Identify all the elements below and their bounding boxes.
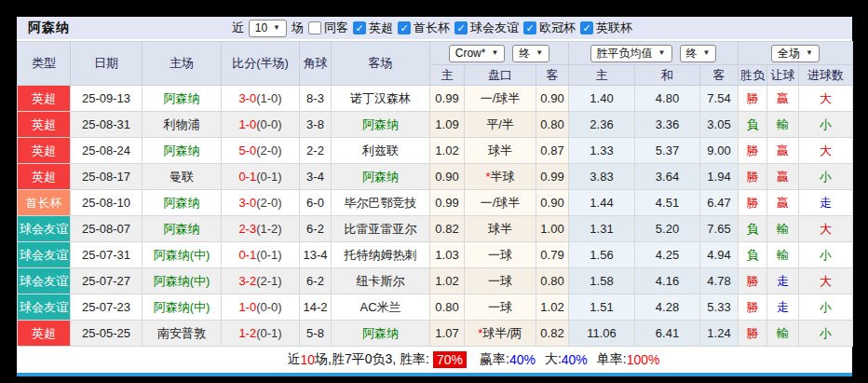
cell-asia-handicap: 球半 [465,216,536,242]
cell-result: 勝 [739,294,767,321]
cell-goals-result: 小 [799,242,853,268]
cell-euro-draw-odds: 5.37 [635,138,700,164]
cell-euro-away-odds: 6.47 [700,190,739,216]
single-rate-value: 100% [627,352,660,367]
cell-home-team: 阿森纳 [142,138,222,164]
chevron-down-icon: ▼ [536,49,543,57]
cell-euro-home-odds: 1.44 [569,190,635,216]
recent-games-value: 10 [255,21,267,34]
cell-competition: 英超 [18,138,71,164]
cell-corners: 3-4 [300,164,332,190]
cell-competition: 首长杯 [18,190,71,216]
filter-same-away-label: 同客 [324,20,348,36]
checkmark-icon: ✓ [525,23,534,34]
half-time-score: (1-2) [256,222,281,236]
cell-score: 0-1(0-1) [222,242,300,268]
match-stats-panel: 阿森纳 近 10 ▼ 场 ✓ 同客 ✓ 英超 ✓ 首长杯 ✓ 球会友谊 [17,17,852,376]
cell-euro-away-odds: 9.00 [700,138,739,164]
summary-count: 10 [300,352,315,367]
cell-euro-draw-odds: 4.25 [635,242,700,268]
cell-euro-draw-odds: 4.51 [635,190,700,216]
cell-euro-away-odds: 4.78 [700,268,739,294]
half-time-score: (0-1) [256,248,281,262]
cell-handicap-result: 贏 [767,190,799,216]
cell-score: 3-0(2-0) [222,190,300,216]
full-time-score: 2-3 [238,222,256,236]
half-time-score: (2-1) [256,274,281,288]
col-header-corner: 角球 [300,42,332,86]
cell-result: 勝 [739,138,767,164]
filter-community-shield[interactable]: ✓ 首长杯 [398,20,450,36]
asia-odds-state-value: 终 [519,46,530,62]
filter-epl[interactable]: ✓ 英超 [353,20,393,36]
full-time-score: 0-1 [238,248,256,262]
checkmark-icon: ✓ [456,23,465,34]
cell-asia-handicap: 一/球半 [465,86,536,112]
filter-club-friendly[interactable]: ✓ 球会友谊 [454,20,519,36]
col-header-winloss: 胜负 [739,65,767,86]
cell-result: 勝 [739,86,767,112]
asia-odds-state-select[interactable]: 终 ▼ [512,45,549,62]
cell-asia-away-odds: 0.87 [536,138,569,164]
cell-goals-result: 大 [799,138,853,164]
scope-select[interactable]: 全场 ▼ [771,45,820,62]
full-time-score: 5-0 [238,144,256,157]
cell-asia-handicap: 一球 [465,268,536,294]
cell-asia-away-odds: 0.90 [536,190,569,216]
cell-score: 3-0(1-0) [222,86,300,112]
cell-handicap-result: 輸 [767,216,799,242]
cell-score: 1-2(0-1) [222,321,300,347]
cell-corners: 3-8 [300,112,332,138]
cell-euro-away-odds: 1.24 [700,321,739,347]
checkbox-epl[interactable]: ✓ [353,21,366,34]
handicap-text: 一球 [488,248,512,262]
checkbox-club-friendly[interactable]: ✓ [454,21,468,34]
col-header-date: 日期 [71,42,142,86]
cell-asia-home-odds: 1.03 [430,242,465,268]
cell-handicap-result: 輸 [767,112,799,138]
checkbox-same-away[interactable]: ✓ [308,21,321,34]
cell-euro-home-odds: 3.83 [569,164,635,190]
filter-ucl[interactable]: ✓ 欧冠杯 [523,20,576,36]
handicap-text: 球半/两 [482,326,522,340]
cell-score: 3-2(2-1) [222,268,300,294]
half-time-score: (1-0) [256,91,281,105]
checkbox-ucl[interactable]: ✓ [523,21,536,34]
handicap-text: 球半 [488,222,512,236]
cell-away-team: 阿森纳 [332,164,430,190]
cell-asia-away-odds: 0.80 [536,112,569,138]
col-header-handicap-result: 让球 [767,65,799,86]
over-rate-label: 大: [545,351,562,368]
cell-score: 5-0(2-0) [222,138,300,164]
result-group: 全场 ▼ [739,42,853,65]
cell-euro-draw-odds: 5.20 [635,216,700,242]
recent-games-select[interactable]: 10 ▼ [249,20,287,37]
odds-provider-select[interactable]: Crow* ▼ [449,45,506,62]
cell-goals-result: 小 [799,164,853,190]
cell-away-team: 托特纳姆热刺 [332,242,430,268]
cell-asia-away-odds: 0.82 [536,321,569,347]
euro-odds-state-select[interactable]: 终 ▼ [680,45,717,62]
col-header-euro-away: 客 [700,65,739,86]
cell-handicap-result: 贏 [767,164,799,190]
cell-away-team: 比雷亚雷亚尔 [332,216,430,242]
filter-same-away[interactable]: ✓ 同客 [308,20,348,36]
asia-odds-group: Crow* ▼ 终 ▼ [430,42,569,65]
cell-asia-home-odds: 1.02 [430,138,465,164]
filter-efl-cup[interactable]: ✓ 英联杯 [580,20,632,36]
full-time-score: 1-2 [238,326,256,340]
cell-handicap-result: 贏 [767,86,799,112]
cell-corners: 14-2 [300,294,332,321]
cell-goals-result: 大 [799,268,853,294]
cell-corners: 13-4 [300,242,332,268]
checkbox-efl-cup[interactable]: ✓ [580,21,593,34]
cell-home-team: 阿森纳 [142,86,222,112]
cell-euro-away-odds: 7.54 [700,86,739,112]
cell-asia-handicap: *半球 [465,164,536,190]
euro-odds-select[interactable]: 胜平负均值 ▼ [590,45,672,62]
filter-ucl-label: 欧冠杯 [539,20,576,36]
checkbox-community-shield[interactable]: ✓ [398,21,411,34]
summary-bar: 近10场,胜7平0负3, 胜率:70%赢率:40%大:40%单率:100% [17,347,852,373]
col-header-goals: 进球数 [799,65,853,86]
cell-score: 2-3(1-2) [222,216,300,242]
